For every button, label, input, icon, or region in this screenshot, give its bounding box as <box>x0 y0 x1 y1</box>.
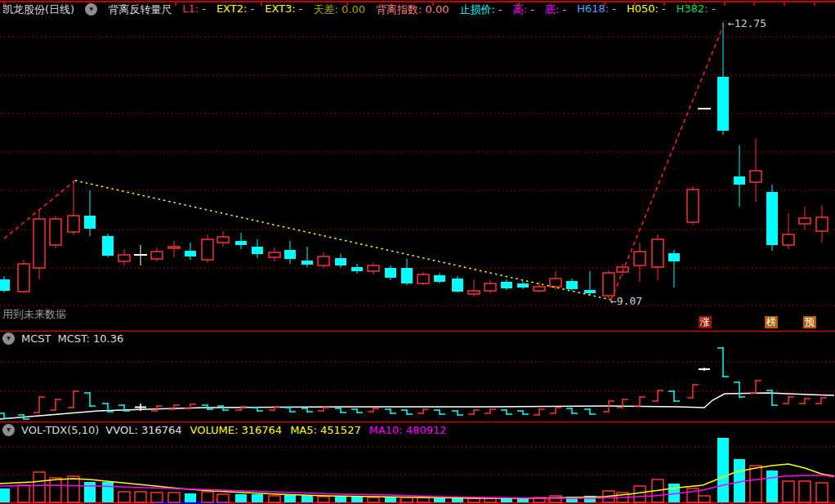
volume-panel-header: ▾ VOL-TDX(5,10) VVOL: 316764VOLUME: 3167… <box>2 423 447 436</box>
candle <box>102 234 114 257</box>
candles-layer <box>0 22 828 299</box>
mcst-mark <box>699 368 710 371</box>
mcst-mark <box>418 408 429 414</box>
candle <box>652 234 663 280</box>
mcst-mark <box>815 397 827 404</box>
mcst-mark <box>799 398 810 404</box>
mcst-mark <box>50 399 61 411</box>
mcst-mark <box>734 381 745 398</box>
stock-chart-app: 凯龙股份(日线) ▾ 背离反转量尺 L1: -EXT2: -EXT3: -天差:… <box>0 0 835 504</box>
candle <box>185 243 196 260</box>
volume-values: VVOL: 316764VOLUME: 316764MA5: 451527MA1… <box>105 424 446 436</box>
badge-yu[interactable]: 预 <box>803 316 816 328</box>
mcst-mark <box>783 396 794 404</box>
mcst-mark <box>385 408 396 414</box>
candle <box>501 279 512 290</box>
low-price-label: ←9.07 <box>610 295 642 307</box>
candle <box>484 280 496 293</box>
candle <box>368 263 379 274</box>
mcst-mark <box>484 408 496 414</box>
candle <box>335 254 346 268</box>
candle <box>269 248 280 261</box>
mcst-mark <box>566 408 578 414</box>
param-field: H050: - <box>627 2 666 17</box>
mcst-mark <box>351 408 363 413</box>
indicator-params: L1: -EXT2: -EXT3: -天差: 0.00背离指数: 0.00止损价… <box>182 2 715 17</box>
mcst-mark <box>468 409 480 415</box>
mcst-indicator-name: MCST <box>21 332 51 345</box>
mcst-mark <box>668 390 680 402</box>
volume-layer <box>0 438 834 502</box>
stock-title: 凯龙股份(日线) <box>2 2 74 17</box>
mcst-mark <box>33 396 45 413</box>
mcst-mark <box>550 407 561 414</box>
chevron-down-icon[interactable]: ▾ <box>85 3 97 16</box>
param-field: MA10: 480912 <box>369 424 447 436</box>
indicator-name: 背离反转量尺 <box>108 2 172 17</box>
candle <box>301 247 313 267</box>
candle <box>235 233 247 249</box>
candle <box>252 239 263 258</box>
param-field: EXT3: - <box>265 2 302 17</box>
badge-bang[interactable]: 榜 <box>765 316 778 328</box>
volume-indicator-name: VOL-TDX(5,10) <box>21 424 99 436</box>
mcst-mark <box>517 410 529 415</box>
arrow-left-icon: ← <box>610 295 617 307</box>
candle <box>634 243 645 282</box>
candle <box>351 264 363 274</box>
candle <box>550 271 561 290</box>
mcst-mark <box>634 396 645 407</box>
mcst-mark <box>452 410 463 416</box>
candle <box>687 186 699 225</box>
candle <box>566 279 578 291</box>
candle <box>734 145 745 207</box>
param-field: 背离指数: 0.00 <box>376 2 449 17</box>
candle <box>816 205 828 243</box>
candle <box>33 210 45 279</box>
candle <box>0 276 10 292</box>
high-price-label: ←12.75 <box>728 17 766 29</box>
mcst-mark <box>617 399 628 408</box>
arrow-left-icon: ← <box>728 17 735 29</box>
mcst-mark <box>168 404 180 410</box>
param-field: L1: - <box>182 2 206 17</box>
mcst-mark <box>687 384 699 399</box>
candle <box>318 252 329 268</box>
mcst-mark <box>235 406 247 411</box>
mcst-mark <box>0 413 10 419</box>
candle <box>385 265 396 280</box>
chevron-down-icon[interactable]: ▾ <box>2 332 15 345</box>
mcst-mark <box>335 408 346 413</box>
candle <box>151 248 163 261</box>
candle <box>434 273 445 283</box>
candle <box>534 282 545 292</box>
badge-zhang[interactable]: 涨 <box>699 316 712 328</box>
candle <box>750 139 761 202</box>
candle <box>284 241 296 264</box>
mcst-mark <box>534 408 545 416</box>
candle <box>617 264 628 276</box>
mcst-value: MCST: 10.36 <box>58 332 124 345</box>
param-field: MA5: 451527 <box>290 424 361 436</box>
candle <box>50 216 61 248</box>
mcst-mark <box>401 409 413 415</box>
candle <box>717 22 729 135</box>
candle <box>468 279 480 297</box>
mcst-panel-header: ▾ MCST MCST: 10.36 <box>2 332 123 345</box>
param-field: EXT2: - <box>217 2 254 17</box>
candle <box>766 185 778 251</box>
candle <box>217 231 229 247</box>
candle <box>401 259 413 285</box>
candle <box>799 207 810 230</box>
candle <box>452 276 463 292</box>
param-field: H618: - <box>577 2 616 17</box>
mcst-mark <box>368 408 379 413</box>
param-field: 底: - <box>545 2 566 17</box>
candle <box>584 271 596 295</box>
chevron-down-icon[interactable]: ▾ <box>2 424 15 436</box>
future-data-note: 用到未来数据 <box>2 307 66 322</box>
param-field: 止损价: - <box>459 2 502 17</box>
param-field: VOLUME: 316764 <box>190 424 283 436</box>
mcst-layer <box>0 347 834 420</box>
candle <box>68 181 79 235</box>
